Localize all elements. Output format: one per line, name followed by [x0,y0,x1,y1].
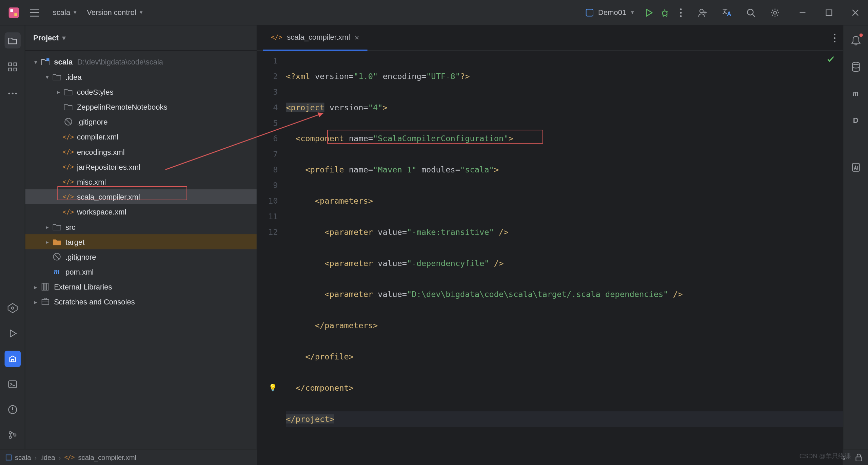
chevron-down-icon[interactable]: ▾ [62,34,66,42]
expand-icon[interactable]: ▸ [42,224,52,230]
chevron-right-icon: › [59,453,61,461]
database-tool-button[interactable] [848,59,864,75]
tree-file-scala-compiler[interactable]: </> scala_compiler.xml [25,189,256,204]
project-tool-button[interactable] [4,32,20,49]
dependency-tool-button[interactable]: D [848,112,864,128]
close-tab-button[interactable]: × [355,33,359,42]
minimize-button[interactable] [794,4,810,21]
close-window-button[interactable] [847,4,863,21]
tree-scratches[interactable]: ▸ Scratches and Consoles [25,294,256,309]
expand-icon[interactable]: ▸ [42,239,52,245]
more-tools-button[interactable] [4,86,20,102]
crumb[interactable]: scala_compiler.xml [78,453,136,461]
svg-rect-31 [42,299,49,304]
terminal-tool-button[interactable] [4,376,20,392]
gitignore-icon [52,253,62,261]
code-content[interactable]: <?xml version="1.0" encoding="UTF-8"?> <… [286,51,843,465]
folder-icon [63,88,73,95]
more-actions-button[interactable] [673,4,689,21]
module-icon [40,58,51,65]
line-gutter: 123456789101112 [257,51,286,465]
chevron-down-icon: ▾ [631,9,634,16]
folder-label: .idea [65,72,82,81]
notifications-button[interactable] [848,32,864,49]
project-breadcrumb[interactable]: scala ▾ [53,8,77,17]
node-label: External Libraries [54,282,112,291]
tab-more-button[interactable] [833,33,836,42]
chevron-down-icon: ▾ [74,9,76,16]
project-tree[interactable]: ▾ scala D:\dev\bigdata\code\scala ▾ .ide… [25,51,256,449]
git-tool-button[interactable] [4,427,20,443]
tree-folder-idea[interactable]: ▾ .idea [25,69,256,84]
svg-rect-30 [46,283,48,290]
inspection-ok-icon[interactable] [827,55,835,63]
run-config-selector[interactable]: Demo01 ▾ [586,8,634,17]
ai-tool-button[interactable] [848,159,864,175]
svg-point-6 [680,12,682,13]
xml-icon: </> [63,148,73,155]
svg-point-17 [12,93,13,94]
tree-file-pom[interactable]: m pom.xml [25,264,256,279]
svg-rect-12 [8,63,11,66]
tree-folder-src[interactable]: ▸ src [25,219,256,234]
svg-rect-29 [44,283,46,290]
svg-point-9 [747,9,753,15]
tree-folder-zeppelin[interactable]: ZeppelinRemoteNotebooks [25,99,256,114]
tree-file-compiler[interactable]: </> compiler.xml [25,129,256,144]
expand-icon[interactable]: ▸ [31,299,40,305]
services-tool-button[interactable] [4,300,20,316]
tree-file-gitignore2[interactable]: .gitignore [25,249,256,264]
crumb[interactable]: .idea [40,453,55,461]
svg-point-41 [852,62,859,65]
tree-file-encodings[interactable]: </> encodings.xml [25,144,256,159]
run-button[interactable] [641,4,657,21]
chevron-down-icon: ▾ [140,9,142,16]
main-menu-button[interactable] [26,4,42,21]
code-editor[interactable]: 123456789101112 <?xml version="1.0" enco… [257,51,843,465]
xml-icon: </> [63,193,73,201]
settings-button[interactable] [767,4,783,21]
xml-icon: </> [63,178,73,185]
readonly-icon[interactable] [855,453,862,461]
tree-folder-target[interactable]: ▸ target [25,234,256,249]
tree-external-libs[interactable]: ▸ External Libraries [25,279,256,294]
build-tool-button[interactable] [4,351,20,367]
editor-tab[interactable]: </> scala_compiler.xml × [263,25,367,51]
annotation-box [327,130,543,144]
intention-bulb-icon[interactable]: 💡 [269,380,277,396]
problems-tool-button[interactable] [4,402,20,418]
maven-tool-button[interactable]: m [848,86,864,102]
svg-rect-13 [14,63,16,66]
xml-icon: </> [63,208,73,216]
svg-rect-28 [42,283,44,290]
project-name: scala [53,8,70,17]
run-config-name: Demo01 [598,8,626,17]
tree-file-jarrepos[interactable]: </> jarRepositories.xml [25,159,256,174]
svg-point-19 [11,307,14,309]
svg-point-7 [680,15,682,17]
svg-rect-11 [826,10,832,15]
file-label: .gitignore [65,253,96,261]
debug-button[interactable] [657,4,673,21]
crumb[interactable]: scala [15,453,31,461]
tree-root[interactable]: ▾ scala D:\dev\bigdata\code\scala [25,54,256,69]
tree-folder-codestyles[interactable]: ▸ codeStyles [25,84,256,99]
expand-icon[interactable]: ▾ [31,59,40,65]
nav-breadcrumbs[interactable]: scala › .idea › </> scala_compiler.xml [6,453,136,461]
tree-file-gitignore[interactable]: .gitignore [25,114,256,129]
structure-tool-button[interactable] [4,59,20,75]
expand-icon[interactable]: ▸ [54,89,63,95]
maximize-button[interactable] [821,4,837,21]
search-button[interactable] [743,4,759,21]
code-with-me-button[interactable] [695,4,711,21]
expand-icon[interactable]: ▸ [31,283,40,290]
svg-rect-25 [46,58,49,61]
tree-file-workspace[interactable]: </> workspace.xml [25,204,256,219]
run-tool-button[interactable] [4,326,20,342]
vcs-breadcrumb[interactable]: Version control ▾ [87,8,142,17]
translate-button[interactable] [719,4,735,21]
expand-icon[interactable]: ▾ [42,74,52,80]
tree-file-misc[interactable]: </> misc.xml [25,174,256,189]
project-panel: Project ▾ ▾ scala D:\dev\bigdata\code\sc… [25,25,257,449]
svg-point-18 [15,93,17,94]
